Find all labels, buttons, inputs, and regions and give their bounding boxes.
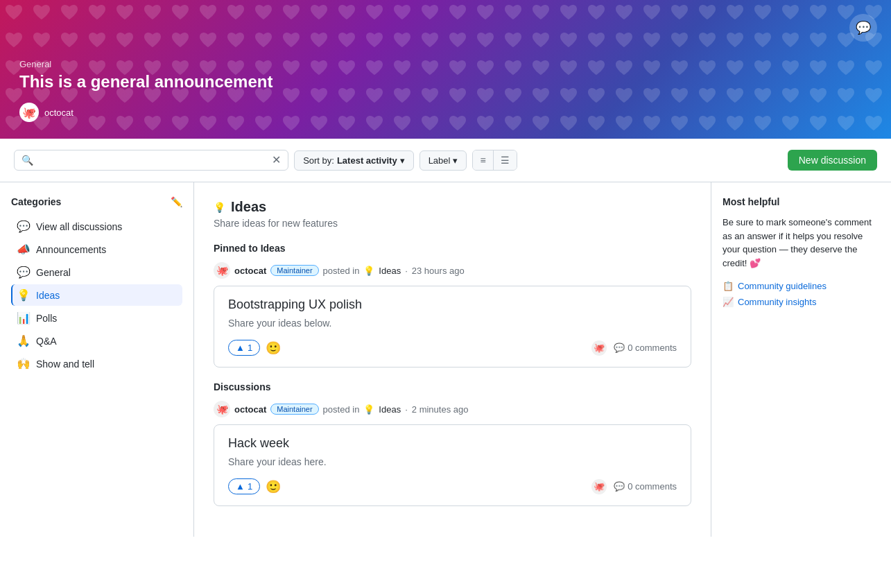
search-input[interactable]: category:Ideas [37, 155, 268, 166]
sidebar-item-qa[interactable]: 🙏 Q&A [11, 330, 182, 352]
insights-label: Community insights [738, 297, 816, 307]
pinned-maintainer-badge: Maintainer [270, 265, 318, 276]
community-guidelines-link[interactable]: 📋 Community guidelines [723, 281, 880, 291]
right-panel-title: Most helpful [723, 196, 880, 207]
pinned-card-body: Share your ideas below. [228, 318, 677, 329]
pinned-section-label: Pinned to Ideas [214, 243, 691, 254]
view-compact-button[interactable]: ☰ [494, 150, 517, 170]
pinned-comments-label: 0 comments [628, 343, 677, 353]
banner-title: This is a general announcement [19, 72, 872, 92]
discussion-author-avatar: 🐙 [214, 401, 230, 417]
discussion-posted-in: posted in [323, 404, 360, 415]
community-insights-link[interactable]: 📈 Community insights [723, 297, 880, 307]
discussion-card-title: Hack week [228, 436, 677, 451]
discussion-upvote-button[interactable]: ▲ 1 [228, 478, 260, 494]
discussion-card[interactable]: Hack week Share your ideas here. ▲ 1 🙂 🐙… [214, 424, 691, 506]
sidebar-item-label: View all discussions [36, 221, 122, 232]
pinned-posted-in: posted in [323, 266, 360, 276]
edit-icon[interactable]: ✏️ [171, 196, 182, 207]
new-discussion-button[interactable]: New discussion [788, 150, 877, 171]
search-icon: 🔍 [21, 155, 33, 166]
content: 💡 Ideas Share ideas for new features Pin… [194, 182, 711, 537]
pinned-card-footer: ▲ 1 🙂 🐙 💬 0 comments [228, 340, 677, 356]
upvote-count: 1 [248, 481, 252, 492]
main-container: 🔍 category:Ideas ✕ Sort by: Latest activ… [0, 139, 891, 588]
sidebar-header: Categories ✏️ [11, 196, 182, 207]
view-toggle: ≡ ☰ [472, 150, 517, 171]
pinned-emoji-button[interactable]: 🙂 [266, 340, 281, 356]
pinned-actions: ▲ 1 🙂 [228, 340, 281, 356]
category-title-row: 💡 Ideas [214, 199, 691, 215]
pinned-card[interactable]: Bootstrapping UX polish Share your ideas… [214, 286, 691, 368]
helpful-text: Be sure to mark someone's comment as an … [723, 216, 880, 270]
general-icon: 💬 [17, 266, 31, 279]
upvote-arrow-icon: ▲ [236, 481, 245, 492]
banner-chat-icon: 💬 [849, 14, 877, 42]
banner-author: 🐙 octocat [19, 103, 872, 122]
pinned-time: 23 hours ago [412, 266, 465, 276]
sidebar-item-label: Ideas [36, 290, 60, 301]
discussion-category-name[interactable]: Ideas [379, 404, 401, 415]
banner-username: octocat [44, 107, 73, 118]
sort-chevron-icon: ▾ [400, 155, 405, 166]
category-header: 💡 Ideas Share ideas for new features [214, 199, 691, 229]
pinned-commenter-avatar: 🐙 [591, 340, 607, 356]
category-desc: Share ideas for new features [214, 218, 691, 229]
category-icon: 💡 [214, 202, 225, 213]
comment-icon: 💬 [614, 481, 625, 492]
insights-icon: 📈 [723, 297, 734, 307]
pinned-author-name[interactable]: octocat [234, 266, 266, 276]
banner: 💬 General This is a general announcement… [0, 0, 891, 139]
sidebar-item-ideas[interactable]: 💡 Ideas [11, 284, 182, 306]
discussion-actions: ▲ 1 🙂 [228, 478, 281, 494]
discussion-author-name[interactable]: octocat [234, 404, 266, 415]
sidebar-item-general[interactable]: 💬 General [11, 261, 182, 283]
discussion-card-body: Share your ideas here. [228, 456, 677, 467]
sidebar-item-announcements[interactable]: 📣 Announcements [11, 239, 182, 260]
qa-icon: 🙏 [17, 334, 31, 347]
sidebar-item-view-all[interactable]: 💬 View all discussions [11, 216, 182, 237]
avatar: 🐙 [19, 103, 39, 122]
search-box: 🔍 category:Ideas ✕ [14, 150, 288, 171]
pinned-right: 🐙 💬 0 comments [591, 340, 677, 356]
discussion-meta: 🐙 octocat Maintainer posted in 💡 Ideas ·… [214, 401, 691, 417]
label-button[interactable]: Label ▾ [419, 150, 467, 171]
sidebar: Categories ✏️ 💬 View all discussions 📣 A… [0, 182, 194, 537]
label-btn-text: Label [429, 155, 451, 166]
discussion-right: 🐙 💬 0 comments [591, 479, 677, 494]
pinned-category-icon: 💡 [363, 266, 374, 276]
pinned-author-avatar: 🐙 [214, 262, 230, 279]
upvote-arrow-icon: ▲ [236, 343, 245, 353]
discussions-section-label: Discussions [214, 381, 691, 392]
announcements-icon: 📣 [17, 243, 31, 256]
sidebar-item-show-tell[interactable]: 🙌 Show and tell [11, 353, 182, 374]
sidebar-title: Categories [11, 196, 61, 207]
polls-icon: 📊 [17, 311, 31, 325]
discussion-category-icon: 💡 [363, 404, 374, 415]
category-title: Ideas [231, 199, 266, 215]
sidebar-item-label: Announcements [36, 244, 106, 255]
discussion-time: 2 minutes ago [412, 404, 469, 415]
ideas-icon: 💡 [17, 288, 31, 302]
sidebar-item-polls[interactable]: 📊 Polls [11, 307, 182, 329]
view-list-button[interactable]: ≡ [473, 150, 493, 170]
sidebar-item-label: Q&A [36, 336, 57, 347]
discussion-maintainer-badge: Maintainer [270, 404, 318, 415]
sort-value: Latest activity [337, 155, 397, 166]
banner-label: General [19, 59, 872, 69]
sidebar-item-label: Show and tell [36, 358, 94, 370]
pinned-upvote-button[interactable]: ▲ 1 [228, 340, 260, 356]
sort-label: Sort by: [303, 155, 334, 166]
search-clear-icon[interactable]: ✕ [272, 155, 281, 166]
label-chevron-icon: ▾ [453, 155, 458, 166]
show-tell-icon: 🙌 [17, 357, 31, 370]
sort-button[interactable]: Sort by: Latest activity ▾ [294, 150, 414, 171]
discussion-card-footer: ▲ 1 🙂 🐙 💬 0 comments [228, 478, 677, 494]
pinned-comments-count: 💬 0 comments [614, 343, 677, 353]
body-layout: Categories ✏️ 💬 View all discussions 📣 A… [0, 182, 891, 537]
pinned-category-name[interactable]: Ideas [379, 266, 401, 276]
discussion-comments-label: 0 comments [628, 481, 677, 492]
discussion-emoji-button[interactable]: 🙂 [266, 479, 281, 494]
upvote-count: 1 [248, 343, 252, 353]
guidelines-label: Community guidelines [738, 281, 827, 291]
